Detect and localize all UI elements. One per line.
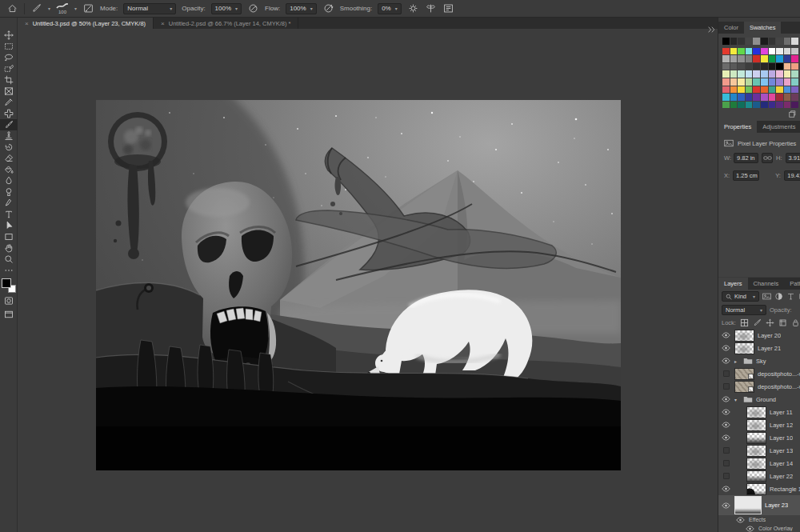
move-tool[interactable] — [0, 30, 18, 41]
swatch[interactable] — [761, 70, 768, 78]
panel-tab-paths[interactable]: Paths — [784, 278, 800, 290]
swatch[interactable] — [776, 86, 783, 94]
chevron-right-icon[interactable]: ▸ — [734, 358, 740, 364]
swatch[interactable] — [746, 102, 753, 109]
layer-name[interactable]: Layer 10 — [770, 434, 793, 442]
swatch[interactable] — [776, 70, 783, 78]
visibility-off-well[interactable] — [721, 473, 731, 479]
swatch[interactable] — [738, 48, 745, 55]
pasteboard[interactable] — [18, 29, 718, 532]
layer-group-row[interactable]: ▸Sky — [718, 354, 800, 367]
layer-thumbnail[interactable] — [746, 483, 766, 495]
swatch[interactable] — [746, 86, 753, 94]
swatch[interactable] — [776, 38, 783, 45]
frame-tool[interactable] — [0, 86, 18, 97]
swatch[interactable] — [730, 70, 738, 78]
layer-thumbnail[interactable] — [746, 458, 766, 470]
eraser-tool[interactable] — [0, 153, 18, 164]
swatch[interactable] — [722, 86, 730, 94]
swatch[interactable] — [791, 78, 798, 86]
brush-size-preview[interactable]: 100 — [56, 2, 69, 14]
filter-adjustment-layers-icon[interactable] — [774, 292, 783, 301]
swatch[interactable] — [791, 94, 798, 101]
chevron-down-icon[interactable]: ▾ — [48, 6, 50, 11]
swatch[interactable] — [746, 55, 753, 62]
swatch[interactable] — [730, 63, 738, 70]
chevron-down-icon[interactable]: ▾ — [734, 397, 740, 402]
swatch[interactable] — [738, 63, 745, 70]
swatch[interactable] — [738, 38, 745, 45]
swatch[interactable] — [769, 48, 776, 55]
panel-tab-adjustments[interactable]: Adjustments — [757, 121, 800, 133]
layer-row[interactable]: Effects — [718, 515, 800, 524]
swatch[interactable] — [753, 38, 760, 45]
layer-name[interactable]: Layer 14 — [770, 460, 793, 467]
paint-symmetry-icon[interactable] — [425, 2, 437, 14]
path-selection-tool[interactable] — [0, 220, 18, 231]
swatch[interactable] — [761, 38, 768, 45]
swatch[interactable] — [761, 94, 768, 101]
layer-name[interactable]: Color Overlay — [758, 526, 793, 531]
swatch[interactable] — [791, 55, 798, 62]
brush-tool[interactable] — [0, 119, 18, 130]
zoom-tool[interactable] — [0, 254, 18, 265]
smoothing-options-gear-icon[interactable] — [407, 2, 419, 14]
layer-name[interactable]: depositphoto...-with- — [758, 383, 800, 390]
layer-thumbnail[interactable] — [734, 330, 754, 342]
visibility-eye-icon[interactable] — [721, 345, 731, 351]
layer-thumbnail[interactable] — [734, 368, 754, 380]
layer-row[interactable]: Layer 12 — [718, 418, 800, 431]
pressure-opacity-icon[interactable] — [247, 2, 259, 14]
swatch[interactable] — [738, 70, 745, 78]
lasso-tool[interactable] — [0, 52, 18, 63]
swatch[interactable] — [730, 55, 738, 62]
swatch[interactable] — [769, 70, 776, 78]
layer-filter-select[interactable]: Kind ▾ — [722, 291, 759, 302]
swatch[interactable] — [784, 38, 791, 45]
swatch[interactable] — [761, 63, 768, 70]
swatch[interactable] — [761, 55, 768, 62]
dodge-tool[interactable] — [0, 186, 18, 198]
filter-type-layers-icon[interactable] — [786, 292, 795, 301]
quick-mask-mode-button[interactable] — [0, 295, 18, 306]
foreground-color-swatch[interactable] — [2, 278, 11, 288]
layer-thumbnail[interactable] — [734, 496, 762, 514]
layer-thumbnail[interactable] — [746, 445, 766, 457]
swatch[interactable] — [730, 78, 738, 86]
type-tool[interactable] — [0, 209, 18, 220]
swatch[interactable] — [753, 48, 760, 55]
layer-thumbnail[interactable] — [746, 406, 766, 418]
new-swatch-icon[interactable] — [789, 110, 796, 119]
layer-name[interactable]: Layer 21 — [758, 345, 781, 352]
smoothing-select[interactable]: 0%▾ — [378, 3, 402, 14]
swatch[interactable] — [730, 38, 738, 45]
swatch[interactable] — [722, 55, 730, 62]
brush-settings-panel-icon[interactable] — [442, 2, 454, 14]
lock-pixels-icon[interactable] — [753, 318, 762, 327]
canvas-artwork[interactable] — [96, 100, 621, 470]
swatch[interactable] — [730, 102, 738, 109]
swatch[interactable] — [791, 38, 798, 45]
brush-tool-preset-icon[interactable] — [30, 2, 42, 14]
swatch[interactable] — [791, 86, 798, 94]
layer-name[interactable]: Sky — [756, 358, 766, 365]
swatch[interactable] — [722, 94, 730, 101]
swatch[interactable] — [784, 102, 791, 109]
object-selection-tool[interactable] — [0, 63, 18, 74]
visibility-off-well[interactable] — [721, 383, 731, 390]
swatch[interactable] — [722, 38, 730, 45]
foreground-background-colors[interactable] — [2, 278, 16, 293]
filter-pixel-layers-icon[interactable] — [762, 292, 771, 301]
layer-name[interactable]: Layer 22 — [770, 473, 793, 480]
lock-all-icon[interactable] — [791, 318, 800, 327]
edit-toolbar[interactable] — [0, 265, 18, 276]
swatch[interactable] — [722, 102, 730, 109]
swatch[interactable] — [761, 78, 768, 86]
layer-row[interactable]: Layer 20 — [718, 329, 800, 342]
swatch[interactable] — [784, 63, 791, 70]
close-tab-icon[interactable]: × — [25, 20, 29, 27]
link-dimensions-icon[interactable] — [762, 153, 773, 163]
layer-name[interactable]: Ground — [756, 396, 776, 403]
panel-tab-channels[interactable]: Channels — [748, 278, 785, 290]
swatch[interactable] — [730, 48, 738, 55]
